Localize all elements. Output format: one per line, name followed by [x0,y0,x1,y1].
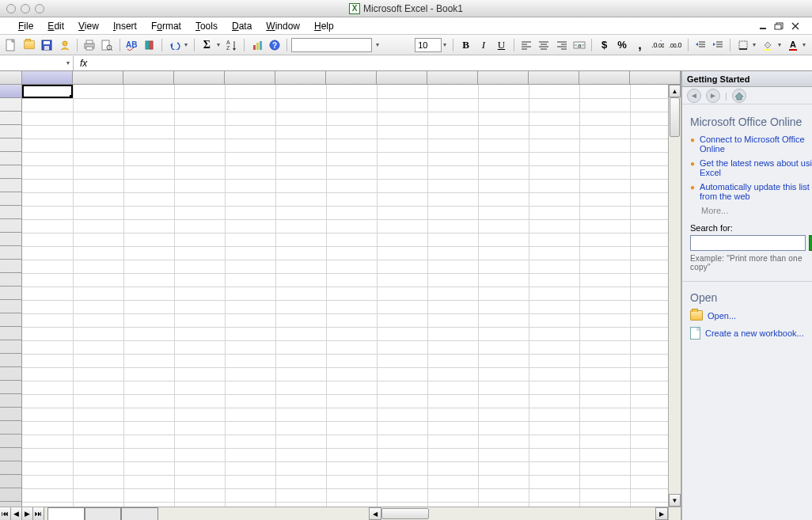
row-header[interactable] [0,139,21,152]
column-header[interactable] [174,71,225,84]
column-header[interactable] [73,71,123,84]
borders-dropdown[interactable]: ▾ [753,41,758,48]
column-header[interactable] [478,71,529,84]
permission-button[interactable] [56,36,72,54]
nav-home-icon[interactable] [732,89,746,103]
restore-doc-icon[interactable] [774,22,785,30]
menu-view[interactable]: View [71,21,106,32]
nav-forward-icon[interactable]: ► [706,89,720,103]
row-header[interactable] [0,300,21,313]
tab-prev-icon[interactable]: ◀ [11,507,22,520]
scroll-left-icon[interactable]: ◀ [369,507,381,520]
select-all-button[interactable] [0,71,22,84]
menu-format[interactable]: Format [144,21,188,32]
search-input[interactable] [690,235,806,251]
italic-button[interactable]: I [476,36,491,54]
horizontal-scrollbar[interactable]: ◀ ▶ [369,507,668,520]
fx-label[interactable]: fx [74,58,93,69]
row-header[interactable] [0,327,21,340]
row-header[interactable] [0,435,21,448]
undo-history-dropdown[interactable]: ▾ [184,41,190,48]
menu-insert[interactable]: Insert [106,21,144,32]
column-header[interactable] [123,71,174,84]
row-header[interactable] [0,394,21,408]
scroll-right-icon[interactable]: ▶ [655,507,668,520]
column-header[interactable] [579,71,630,84]
row-header[interactable] [0,381,21,394]
menu-edit[interactable]: Edit [40,21,71,32]
font-name-selector[interactable] [291,38,372,52]
row-header[interactable] [0,125,21,139]
row-header[interactable] [0,421,21,435]
nav-back-icon[interactable]: ◄ [687,89,701,103]
minimize-window-icon[interactable] [21,4,30,13]
column-header[interactable] [377,71,427,84]
formula-input[interactable] [93,56,812,70]
name-box[interactable]: ▾ [0,56,74,70]
open-link[interactable]: Open... [708,311,736,321]
row-header[interactable] [0,461,21,475]
row-header[interactable] [0,179,21,192]
row-header[interactable] [0,408,21,421]
underline-button[interactable]: U [493,36,509,54]
save-button[interactable] [39,36,55,54]
bold-button[interactable]: B [457,36,473,54]
row-header[interactable] [0,260,21,273]
print-button[interactable] [82,36,97,54]
tab-last-icon[interactable]: ⏭ [33,507,44,520]
row-header[interactable] [0,367,21,381]
column-header[interactable] [326,71,377,84]
align-right-button[interactable] [554,36,570,54]
fill-color-button[interactable] [760,36,776,54]
spelling-button[interactable]: AB [124,36,140,54]
link-connect-office-online[interactable]: Connect to Microsoft Office Online [700,135,812,154]
scroll-thumb[interactable] [670,97,680,137]
borders-button[interactable] [734,36,750,54]
row-header[interactable] [0,85,21,98]
autosum-button[interactable]: Σ [199,36,214,54]
align-left-button[interactable] [518,36,534,54]
help-button[interactable]: ? [267,36,283,54]
font-size-selector[interactable]: 10 [415,38,442,52]
row-header[interactable] [0,98,21,112]
row-header[interactable] [0,192,21,206]
create-workbook-link[interactable]: Create a new workbook... [705,328,804,338]
menu-data[interactable]: Data [225,21,259,32]
increase-indent-button[interactable] [710,36,726,54]
menu-tools[interactable]: Tools [188,21,225,32]
close-window-icon[interactable] [6,4,16,13]
row-header[interactable] [0,340,21,354]
link-latest-news[interactable]: Get the latest news about using Excel [700,158,812,177]
row-header[interactable] [0,488,21,502]
column-header[interactable] [630,71,681,84]
active-cell[interactable] [22,85,73,98]
row-header[interactable] [0,246,21,260]
zoom-window-icon[interactable] [35,4,44,13]
decrease-indent-button[interactable] [692,36,708,54]
currency-button[interactable]: $ [596,36,612,54]
sheet-tab[interactable] [121,507,158,520]
row-header[interactable] [0,112,21,125]
row-header[interactable] [0,219,21,233]
row-header[interactable] [0,313,21,327]
font-color-dropdown[interactable]: ▾ [803,41,808,48]
sheet-tab[interactable] [85,507,122,520]
sort-asc-button[interactable]: AZ [224,36,240,54]
undo-button[interactable] [166,36,182,54]
merge-center-button[interactable]: a [571,36,587,54]
increase-decimal-button[interactable]: .0.00 [650,36,666,54]
scroll-up-icon[interactable]: ▲ [669,85,681,97]
tab-next-icon[interactable]: ▶ [22,507,33,520]
column-header[interactable] [529,71,579,84]
close-doc-icon[interactable] [790,22,801,30]
menu-help[interactable]: Help [307,21,341,32]
cell-area[interactable] [22,85,668,507]
menu-file[interactable]: File [11,21,40,32]
column-header[interactable] [225,71,275,84]
row-header[interactable] [0,354,21,367]
align-center-button[interactable] [536,36,552,54]
scroll-thumb[interactable] [381,508,429,519]
research-button[interactable] [142,36,157,54]
font-color-button[interactable]: A [785,36,801,54]
percent-button[interactable]: % [614,36,630,54]
